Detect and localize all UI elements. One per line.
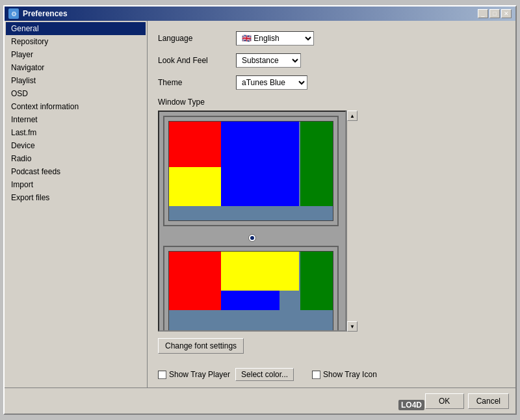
close-button[interactable]: ✕	[501, 9, 512, 18]
cancel-button[interactable]: Cancel	[468, 393, 509, 409]
show-tray-icon-checkbox[interactable]	[312, 371, 320, 379]
lookandfeel-select[interactable]: Substance Default Metal	[236, 53, 301, 68]
preview-1-blue-block	[221, 122, 299, 206]
lo4d-watermark: LO4D	[398, 400, 424, 410]
preview-1-green-block	[300, 122, 333, 206]
window-type-scroll-container: ▲ ▼	[158, 111, 505, 332]
sidebar-item-player[interactable]: Player	[6, 48, 146, 61]
window-preview-2[interactable]	[163, 246, 339, 332]
radio-dot-1-inner	[250, 236, 254, 240]
preview-2-red-block	[169, 252, 221, 310]
lookandfeel-label: Look And Feel	[158, 56, 229, 65]
sidebar-item-playlist[interactable]: Playlist	[6, 74, 146, 87]
sidebar-item-repository[interactable]: Repository	[6, 35, 146, 48]
sidebar-item-lastfm[interactable]: Last.fm	[6, 126, 146, 139]
scrollbar: ▲ ▼	[346, 111, 357, 332]
sidebar-item-import[interactable]: Import	[6, 178, 146, 191]
radio-dot-1	[248, 234, 256, 242]
theme-label: Theme	[158, 78, 229, 87]
sidebar-item-navigator[interactable]: Navigator	[6, 61, 146, 74]
language-label: Language	[158, 34, 229, 43]
change-font-button[interactable]: Change font settings	[158, 338, 244, 354]
main-panel: Language 🇬🇧 English French German Spanis…	[148, 21, 515, 387]
show-tray-player-text: Show Tray Player	[169, 370, 230, 379]
sidebar-item-podcast-feeds[interactable]: Podcast feeds	[6, 165, 146, 178]
scroll-track	[347, 121, 357, 321]
preferences-window: ⚙ Preferences _ □ ✕ General Repository P…	[3, 5, 517, 415]
sidebar-item-general[interactable]: General	[6, 22, 146, 35]
show-tray-player-label[interactable]: Show Tray Player	[158, 370, 230, 379]
language-row: Language 🇬🇧 English French German Spanis…	[158, 31, 505, 46]
sidebar-item-internet[interactable]: Internet	[6, 113, 146, 126]
sidebar-item-export-files[interactable]: Export files	[6, 191, 146, 204]
language-select[interactable]: 🇬🇧 English French German Spanish	[236, 31, 314, 46]
preview-2-yellow-block	[221, 252, 299, 291]
window-type-section: Window Type	[158, 98, 505, 332]
sidebar-item-context-information[interactable]: Context information	[6, 100, 146, 113]
scroll-up-button[interactable]: ▲	[347, 111, 358, 121]
preview-2-blue-block	[221, 291, 280, 310]
content-area: General Repository Player Navigator Play…	[5, 21, 515, 387]
minimize-button[interactable]: _	[478, 9, 488, 18]
theme-select[interactable]: aTunes Blue Classic Dark	[236, 75, 307, 90]
window-type-label: Window Type	[158, 98, 505, 107]
show-tray-player-checkbox[interactable]	[158, 371, 166, 379]
ok-button[interactable]: OK	[425, 393, 464, 409]
scroll-down-button[interactable]: ▼	[347, 321, 358, 332]
lookandfeel-row: Look And Feel Substance Default Metal	[158, 53, 505, 68]
tray-row: Show Tray Player Select color... Show Tr…	[158, 368, 505, 381]
window-type-scroll-area[interactable]	[158, 111, 346, 332]
title-bar: ⚙ Preferences _ □ ✕	[5, 7, 515, 21]
app-icon: ⚙	[8, 8, 19, 19]
preview-1-yellow-block	[169, 167, 221, 206]
preview-2-inner	[168, 251, 333, 332]
preview-1-inner	[168, 121, 333, 221]
window-preview-1[interactable]	[163, 116, 339, 226]
preview-1-red-block	[169, 122, 221, 167]
bottom-bar: LO4D OK Cancel	[5, 387, 515, 413]
preview-2-green-block	[300, 252, 333, 310]
radio-preview-1[interactable]	[163, 234, 341, 242]
maximize-button[interactable]: □	[489, 9, 500, 18]
sidebar-item-radio[interactable]: Radio	[6, 152, 146, 165]
change-font-container: Change font settings	[158, 338, 505, 361]
sidebar-item-osd[interactable]: OSD	[6, 87, 146, 100]
title-bar-left: ⚙ Preferences	[8, 8, 68, 19]
sidebar-item-device[interactable]: Device	[6, 139, 146, 152]
theme-row: Theme aTunes Blue Classic Dark	[158, 75, 505, 90]
window-controls: _ □ ✕	[478, 9, 512, 18]
select-color-button[interactable]: Select color...	[235, 368, 294, 381]
show-tray-icon-text: Show Tray Icon	[323, 370, 377, 379]
show-tray-icon-label[interactable]: Show Tray Icon	[312, 370, 377, 379]
sidebar: General Repository Player Navigator Play…	[5, 21, 148, 387]
window-title: Preferences	[23, 9, 68, 18]
